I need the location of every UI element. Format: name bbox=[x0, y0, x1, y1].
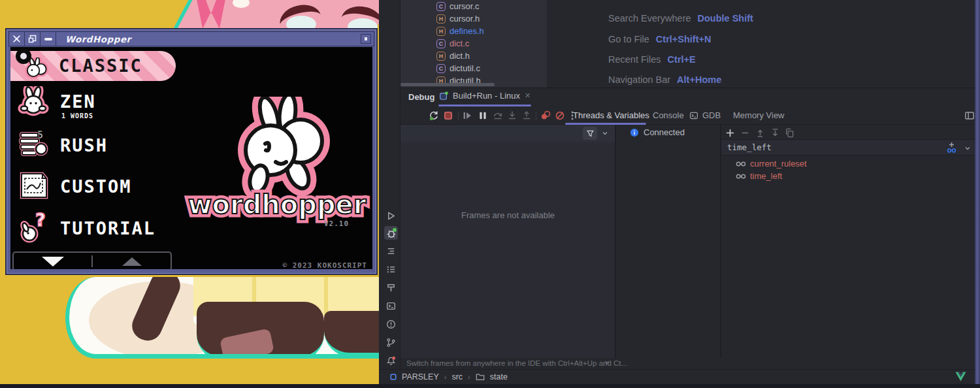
close-tip-icon[interactable]: ✕ bbox=[604, 359, 610, 366]
problems-toolwindow-button[interactable] bbox=[384, 317, 398, 331]
layout-settings-button[interactable] bbox=[964, 110, 975, 121]
window-menu-button[interactable] bbox=[361, 34, 371, 44]
step-out-button[interactable] bbox=[521, 110, 532, 121]
menu-item-zen[interactable]: ZEN 1 WORDS bbox=[10, 86, 180, 120]
scroll-down-button[interactable] bbox=[14, 253, 91, 269]
gdb-console-icon bbox=[689, 111, 698, 120]
breadcrumb-state[interactable]: state bbox=[490, 372, 508, 381]
menu-item-tutorial[interactable]: ? TUTORIAL bbox=[10, 209, 180, 243]
debug-toolwindow-button[interactable] bbox=[384, 226, 398, 240]
file-item[interactable]: Hdict.h bbox=[400, 50, 547, 62]
close-tab-icon[interactable]: ✕ bbox=[525, 91, 531, 100]
project-tree-panel[interactable]: Ccursor.c Hcursor.h Hdefines.h Cdict.c H… bbox=[400, 0, 547, 88]
shortcut-label: Navigation Bar bbox=[608, 74, 670, 85]
tab-label: Threads & Variables bbox=[573, 110, 649, 120]
desktop-wallpaper: WordHopper CLASSIC bbox=[0, 0, 379, 388]
vue-plugin-icon[interactable] bbox=[955, 372, 966, 381]
game-screen: CLASSIC ZEN 1 WORDS bbox=[10, 47, 372, 269]
status-bar: PARSLEY › src › state bbox=[379, 369, 975, 384]
scroll-up-button[interactable] bbox=[93, 253, 171, 269]
arrow-down-icon bbox=[42, 257, 64, 267]
zen-bunny-icon bbox=[17, 86, 51, 119]
terminal-toolwindow-button[interactable] bbox=[384, 299, 398, 313]
breadcrumb-src[interactable]: src bbox=[451, 372, 463, 381]
move-down-button[interactable] bbox=[770, 128, 780, 138]
window-title: WordHopper bbox=[65, 34, 361, 44]
run-toolwindow-button[interactable] bbox=[384, 209, 398, 223]
filter-frames-button[interactable] bbox=[583, 127, 597, 140]
git-branch-icon bbox=[386, 338, 396, 348]
menu-item-label: ZEN bbox=[60, 91, 96, 112]
file-item[interactable]: Ccursor.c bbox=[400, 0, 547, 12]
menu-item-label: CLASSIC bbox=[59, 56, 142, 76]
watch-expression-input[interactable]: time_left bbox=[721, 139, 975, 155]
debugger-tip-bar: Switch frames from anywhere in the IDE w… bbox=[400, 358, 975, 369]
pause-button[interactable] bbox=[478, 110, 488, 121]
shortcut-label: Search Everywhere bbox=[608, 13, 691, 24]
frames-placeholder: Frames are not available bbox=[400, 210, 615, 220]
step-into-button[interactable] bbox=[507, 110, 517, 121]
tab-threads-variables[interactable]: Threads & Variables bbox=[573, 110, 649, 120]
horizontal-scrollbar[interactable] bbox=[400, 83, 495, 86]
mute-breakpoints-button[interactable] bbox=[555, 110, 565, 121]
structure-toolwindow-button[interactable] bbox=[384, 244, 398, 258]
wordhopper-window: WordHopper CLASSIC bbox=[5, 28, 378, 275]
chevron-down-icon[interactable] bbox=[601, 129, 609, 137]
minimize-button[interactable] bbox=[41, 32, 56, 46]
chevron-down-icon[interactable] bbox=[964, 144, 972, 152]
remove-watch-button[interactable] bbox=[740, 128, 750, 138]
tab-label: GDB bbox=[702, 110, 721, 120]
build-toolwindow-button[interactable] bbox=[384, 281, 398, 295]
shortcut-keys: Double Shift bbox=[698, 13, 753, 24]
menu-item-sublabel: 1 WORDS bbox=[61, 112, 93, 120]
watch-item[interactable]: current_ruleset bbox=[721, 157, 975, 170]
divider[interactable] bbox=[615, 125, 616, 358]
custom-map-icon bbox=[17, 169, 51, 202]
shortcut-keys: Alt+Home bbox=[677, 74, 721, 85]
separator bbox=[536, 112, 536, 120]
ide-window: Ccursor.c Hcursor.h Hdefines.h Cdict.c H… bbox=[379, 0, 980, 388]
classic-mode-icon bbox=[16, 48, 31, 64]
view-breakpoints-button[interactable] bbox=[540, 110, 551, 121]
todo-toolwindow-button[interactable] bbox=[384, 263, 398, 276]
h-file-icon: H bbox=[436, 27, 446, 36]
file-item[interactable]: Hdefines.h bbox=[400, 25, 547, 37]
h-file-icon: H bbox=[436, 14, 446, 24]
resume-button[interactable] bbox=[462, 110, 472, 121]
shortcut-hint: Search EverywhereDouble Shift bbox=[608, 12, 753, 25]
connection-status-text: Connected bbox=[644, 127, 685, 137]
notifications-button[interactable] bbox=[384, 354, 398, 368]
file-item[interactable]: Cdict.c bbox=[400, 37, 547, 50]
tab-gdb[interactable]: GDB bbox=[689, 110, 721, 120]
c-file-icon: C bbox=[436, 64, 446, 73]
debug-toolbar: Threads & Variables Console GDB Memory V… bbox=[400, 107, 975, 125]
breadcrumb-project[interactable]: PARSLEY bbox=[402, 372, 439, 381]
git-toolwindow-button[interactable] bbox=[384, 336, 398, 349]
close-button[interactable] bbox=[9, 32, 25, 46]
menu-item-rush[interactable]: 5 RUSH bbox=[10, 127, 180, 161]
tab-console[interactable]: Console bbox=[653, 110, 684, 120]
file-name: defines.h bbox=[449, 26, 484, 36]
add-watch-button[interactable] bbox=[725, 128, 735, 138]
tab-memory-view[interactable]: Memory View bbox=[733, 110, 785, 120]
info-icon bbox=[630, 128, 639, 137]
copy-button[interactable] bbox=[785, 128, 794, 138]
file-item[interactable]: Cdictutil.c bbox=[400, 62, 547, 74]
debug-panel-title: Debug bbox=[408, 92, 434, 102]
list-icon bbox=[386, 265, 396, 274]
rerun-button[interactable] bbox=[429, 110, 439, 121]
debug-session-tab[interactable]: Build+Run - Linux ✕ bbox=[439, 91, 531, 101]
menu-item-custom[interactable]: CUSTOM bbox=[10, 169, 180, 202]
step-over-button[interactable] bbox=[493, 110, 503, 121]
menu-item-classic[interactable]: CLASSIC bbox=[10, 51, 176, 81]
watch-item[interactable]: time_left bbox=[721, 170, 975, 182]
bell-icon bbox=[386, 356, 396, 366]
move-up-button[interactable] bbox=[755, 128, 765, 138]
maximize-button[interactable] bbox=[25, 32, 41, 46]
add-to-watches-icon[interactable] bbox=[946, 142, 957, 154]
file-item[interactable]: Hcursor.h bbox=[400, 12, 547, 25]
file-name: cursor.c bbox=[449, 1, 480, 11]
window-titlebar[interactable]: WordHopper bbox=[8, 31, 374, 46]
stop-button[interactable] bbox=[443, 110, 453, 121]
breadcrumb-separator: › bbox=[444, 373, 447, 381]
